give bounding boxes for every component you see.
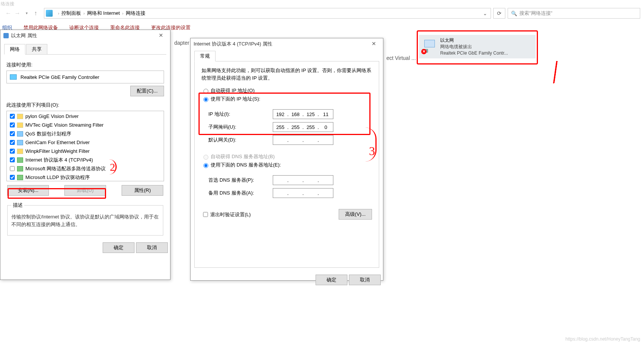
item-checkbox[interactable] <box>10 175 15 180</box>
driver-icon <box>17 123 23 128</box>
refresh-button[interactable]: ⟳ <box>493 8 505 19</box>
configure-button[interactable]: 配置(C)... <box>130 86 164 96</box>
adapter-device: Realtek PCIe GbE Family Contr... <box>440 50 508 57</box>
item-checkbox[interactable] <box>10 149 15 154</box>
list-item: MVTec GigE Vision Streaming Filter <box>8 121 163 129</box>
driver-icon <box>17 140 23 145</box>
preferred-dns-input[interactable]: ... <box>273 175 333 185</box>
advanced-button[interactable]: 高级(V)... <box>339 209 372 220</box>
list-item: Microsoft 网络适配器多路传送器协议 <box>8 164 163 173</box>
close-button[interactable]: ✕ <box>155 31 167 40</box>
titlebar[interactable]: 以太网 属性 ✕ <box>0 30 170 41</box>
protocol-icon <box>17 157 23 163</box>
driver-icon <box>17 114 23 119</box>
item-checkbox[interactable] <box>10 166 15 171</box>
protocol-icon <box>17 175 23 180</box>
back-button[interactable]: ← <box>4 9 13 18</box>
explorer-toolbar: ← → ▾ ↑ › 控制面板 › 网络和 Internet › 网络连接 ⌄ ⟳… <box>0 0 644 23</box>
adapter-name: 以太网 <box>440 37 508 44</box>
protocol-list[interactable]: pylon GigE Vision Driver MVTec GigE Visi… <box>6 111 164 181</box>
ok-button[interactable]: 确定 <box>316 275 347 285</box>
item-checkbox[interactable] <box>10 123 15 127</box>
tab-network[interactable]: 网络 <box>4 44 25 55</box>
item-checkbox[interactable] <box>10 140 15 145</box>
watermark: https://blog.csdn.net/HoneyTangTang <box>566 336 640 342</box>
item-label[interactable]: pylon GigE Vision Driver <box>25 113 79 119</box>
search-placeholder: 搜索"网络连接" <box>519 10 552 17</box>
list-item: QoS 数据包计划程序 <box>8 129 163 138</box>
adapter-select: Realtek PCIe GbE Family Controller <box>6 71 164 83</box>
up-button[interactable]: ↑ <box>31 9 40 18</box>
ipv4-properties-dialog: Internet 协议版本 4 (TCP/IPv4) 属性 ✕ 常规 如果网络支… <box>190 38 383 281</box>
search-icon: 🔍 <box>511 11 517 16</box>
driver-icon <box>17 131 23 137</box>
chevron-right-icon[interactable]: › <box>81 11 87 16</box>
list-item: WinpkFilter LightWeight Filter <box>8 147 163 156</box>
items-label: 此连接使用下列项目(O): <box>6 102 164 108</box>
breadcrumb-item[interactable]: 网络和 Internet <box>87 10 120 17</box>
dialog-title: 以太网 属性 <box>11 32 37 39</box>
radio-auto-dns <box>203 155 208 160</box>
connect-using-label: 连接时使用: <box>6 61 164 68</box>
item-label[interactable]: WinpkFilter LightWeight Filter <box>25 148 90 154</box>
item-label[interactable]: QoS 数据包计划程序 <box>25 130 71 137</box>
tab-sharing[interactable]: 共享 <box>26 44 47 55</box>
validate-checkbox[interactable] <box>203 212 208 217</box>
nic-icon <box>3 33 9 38</box>
hint-text: 如果网络支持此功能，则可以获取自动指派的 IP 设置。否则，你需要从网络系统管理… <box>202 67 372 82</box>
gateway-label: 默认网关(D): <box>208 137 273 143</box>
bg-text-adapter: dapter <box>174 40 189 46</box>
recent-dropdown[interactable]: ▾ <box>22 9 31 18</box>
list-item: pylon GigE Vision Driver <box>8 112 163 121</box>
annotation-box-2 <box>8 188 106 199</box>
list-item: GenICam For Ethernet Driver <box>8 138 163 147</box>
breadcrumb-item[interactable]: 网络连接 <box>126 10 145 17</box>
gateway-input[interactable]: ... <box>273 135 333 145</box>
bg-text-virtual: ect Virtual ... <box>386 55 416 61</box>
properties-button[interactable]: 属性(R) <box>122 185 163 196</box>
connections-icon <box>46 10 53 17</box>
label-use-dns: 使用下面的 DNS 服务器地址(E): <box>211 162 281 168</box>
alternate-dns-label: 备用 DNS 服务器(A): <box>208 190 273 196</box>
item-label[interactable]: GenICam For Ethernet Driver <box>25 140 90 145</box>
network-adapter-icon: ✕ <box>422 39 437 54</box>
adapter-status: 网络电缆被拔出 <box>440 44 508 50</box>
address-bar[interactable]: › 控制面板 › 网络和 Internet › 网络连接 ⌄ <box>44 8 491 19</box>
breadcrumb-item[interactable]: 控制面板 <box>61 10 81 17</box>
chevron-right-icon[interactable]: › <box>56 11 61 16</box>
forward-button[interactable]: → <box>13 9 22 18</box>
description-text: 传输控制协议/Internet 协议。该协议是默认的广域网络协议，用于在不同的相… <box>11 213 159 228</box>
item-label[interactable]: Microsoft LLDP 协议驱动程序 <box>25 174 90 181</box>
item-checkbox[interactable] <box>10 157 15 162</box>
list-item: Microsoft LLDP 协议驱动程序 <box>8 173 163 181</box>
list-item-ipv4: Internet 协议版本 4 (TCP/IPv4) <box>8 156 163 164</box>
item-checkbox[interactable] <box>10 114 15 119</box>
label-auto-dns: 自动获得 DNS 服务器地址(B) <box>211 153 275 160</box>
close-button[interactable]: ✕ <box>368 39 380 49</box>
ethernet-properties-dialog: 以太网 属性 ✕ 网络 共享 连接时使用: Realtek PCIe GbE F… <box>0 30 170 280</box>
radio-use-dns[interactable] <box>203 163 208 168</box>
address-dropdown[interactable]: ⌄ <box>481 11 489 16</box>
description-group: 描述 传输控制协议/Internet 协议。该协议是默认的广域网络协议，用于在不… <box>7 202 163 236</box>
dialog-title: Internet 协议版本 4 (TCP/IPv4) 属性 <box>194 41 272 47</box>
description-legend: 描述 <box>11 202 24 209</box>
cancel-button[interactable]: 取消 <box>349 275 381 285</box>
preferred-dns-label: 首选 DNS 服务器(P): <box>208 177 273 184</box>
chevron-right-icon[interactable]: › <box>120 11 125 16</box>
annotation-box-3 <box>199 93 370 135</box>
item-checkbox[interactable] <box>10 131 15 136</box>
adapter-icon <box>10 74 17 80</box>
alternate-dns-input[interactable]: ... <box>273 188 333 198</box>
item-label[interactable]: Internet 协议版本 4 (TCP/IPv4) <box>25 157 93 163</box>
item-label[interactable]: MVTec GigE Vision Streaming Filter <box>25 122 103 128</box>
annotation-stroke-1 <box>551 61 558 84</box>
validate-label: 退出时验证设置(L) <box>210 211 251 218</box>
ok-button[interactable]: 确定 <box>103 242 134 253</box>
cancel-button[interactable]: 取消 <box>136 242 168 253</box>
titlebar[interactable]: Internet 协议版本 4 (TCP/IPv4) 属性 ✕ <box>191 38 383 50</box>
search-box[interactable]: 🔍 搜索"网络连接" <box>508 8 640 19</box>
adapter-tile-ethernet[interactable]: ✕ 以太网 网络电缆被拔出 Realtek PCIe GbE Family Co… <box>419 35 536 58</box>
tab-general[interactable]: 常规 <box>194 51 216 61</box>
item-label[interactable]: Microsoft 网络适配器多路传送器协议 <box>25 165 106 172</box>
driver-icon <box>17 149 23 154</box>
